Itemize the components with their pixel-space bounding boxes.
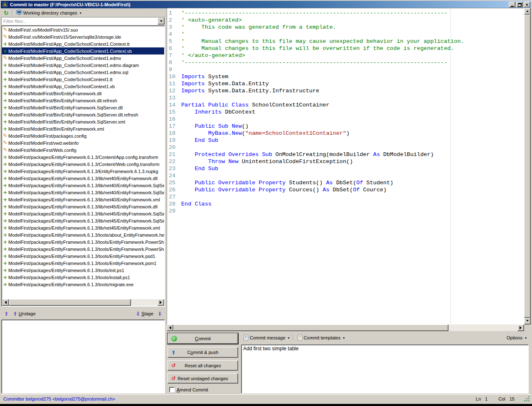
reset-all-changes-button[interactable]: ↺ Reset all changes bbox=[167, 360, 238, 371]
file-row[interactable]: +ModelFirst/packages/EntityFramework.6.1… bbox=[2, 196, 164, 203]
file-path: ModelFirst/packages/EntityFramework.6.1.… bbox=[8, 204, 158, 209]
editor-vscrollbar[interactable] bbox=[524, 8, 531, 324]
scroll-right-button[interactable] bbox=[158, 299, 164, 306]
resize-grip[interactable] bbox=[525, 396, 530, 401]
code-line: 12Imports System.Data.Entity.Infrastruct… bbox=[167, 87, 524, 94]
file-row[interactable]: +ModelFirst/ModelFirst/Bin/EntityFramewo… bbox=[2, 90, 164, 97]
file-row[interactable]: +ModelFirst/ModelFirst/Bin/EntityFramewo… bbox=[2, 97, 164, 104]
file-row[interactable]: +ModelFirst/packages/EntityFramework.6.1… bbox=[2, 267, 164, 274]
file-row[interactable]: +ModelFirst/packages/EntityFramework.6.1… bbox=[2, 260, 164, 267]
file-row[interactable]: +ModelFirst/packages/EntityFramework.6.1… bbox=[2, 253, 164, 260]
file-row[interactable]: +ModelFirst/packages/EntityFramework.6.1… bbox=[2, 182, 164, 189]
file-row[interactable]: ✎ModelFirst/ModelFirst/Web.config bbox=[2, 146, 164, 153]
file-row[interactable]: +ModelFirst/packages/EntityFramework.6.1… bbox=[2, 281, 164, 288]
file-row[interactable]: +ModelFirst/ModelFirst/Bin/EntityFramewo… bbox=[2, 104, 164, 111]
modified-pencil-icon: ✎ bbox=[2, 34, 8, 40]
file-row[interactable]: +ModelFirst/packages/EntityFramework.6.1… bbox=[2, 153, 164, 161]
scroll-left-button[interactable] bbox=[2, 299, 9, 306]
refresh-icon: ↻ bbox=[4, 10, 9, 16]
file-list[interactable]: ✎ModelFirst/.vs/ModelFirst/v15/.suo✎Mode… bbox=[2, 26, 164, 299]
code-line: 19 End Sub bbox=[167, 137, 524, 144]
file-path: ModelFirst/ModelFirst/App_Code/SchoolCon… bbox=[8, 49, 132, 54]
file-row[interactable]: +ModelFirst/ModelFirst/App_Code/SchoolCo… bbox=[2, 47, 164, 54]
committer-link[interactable]: Committer belgorod275 <belgorod275@proto… bbox=[3, 396, 115, 401]
file-row[interactable]: +ModelFirst/packages/EntityFramework.6.1… bbox=[2, 231, 164, 238]
file-row[interactable]: +ModelFirst/packages/EntityFramework.6.1… bbox=[2, 175, 164, 182]
scroll-track[interactable] bbox=[9, 299, 158, 306]
file-row[interactable]: ✎ModelFirst/ModelFirst/packages.config bbox=[2, 132, 164, 139]
scroll-left-button[interactable] bbox=[167, 324, 173, 331]
unstage-all-button[interactable]: ⬆ bbox=[2, 309, 11, 318]
file-row[interactable]: +ModelFirst/packages/EntityFramework.6.1… bbox=[2, 274, 164, 281]
file-row[interactable]: +ModelFirst/ModelFirst/Bin/EntityFramewo… bbox=[2, 118, 164, 125]
file-path: ModelFirst/packages/EntityFramework.6.1.… bbox=[8, 197, 160, 202]
file-path: ModelFirst/ModelFirst/Bin/EntityFramewor… bbox=[8, 98, 117, 103]
scroll-thumb[interactable] bbox=[9, 299, 131, 306]
file-row[interactable]: +ModelFirst/packages/EntityFramework.6.1… bbox=[2, 238, 164, 245]
file-row[interactable]: +ModelFirst/ModelFirst/App_Code/SchoolCo… bbox=[2, 62, 164, 69]
options-dropdown[interactable]: Options ▾ bbox=[505, 333, 529, 342]
scroll-track[interactable] bbox=[173, 324, 517, 331]
scroll-up-button[interactable] bbox=[524, 8, 531, 15]
file-row[interactable]: ✎ModelFirst/ModelFirst/vwd.webinfo bbox=[2, 139, 164, 146]
commit-message-input[interactable]: Add first two simple table bbox=[241, 344, 529, 394]
file-row[interactable]: +ModelFirst/packages/EntityFramework.6.1… bbox=[2, 189, 164, 196]
reset-unstaged-changes-button[interactable]: ↺ Reset unstaged changes bbox=[167, 373, 238, 384]
commit-button[interactable]: ✓ Commit bbox=[167, 333, 238, 344]
restore-icon bbox=[518, 3, 522, 7]
monitor-icon bbox=[16, 10, 22, 16]
file-path: ModelFirst/packages/EntityFramework.6.1.… bbox=[8, 247, 164, 252]
scroll-track[interactable] bbox=[524, 15, 531, 318]
added-plus-icon: + bbox=[2, 246, 8, 252]
titlebar[interactable]: Commit to master (F:\Projects\CU-VB\CU-1… bbox=[1, 1, 531, 8]
close-button[interactable]: × bbox=[524, 2, 530, 7]
file-row[interactable]: +ModelFirst/packages/EntityFramework.6.1… bbox=[2, 168, 164, 175]
file-row[interactable]: ✎ModelFirst/ModelFirst/App_Code/SchoolCo… bbox=[2, 54, 164, 62]
commit-and-push-button[interactable]: ⬆ Commit & push bbox=[167, 347, 238, 358]
minimize-button[interactable] bbox=[509, 2, 515, 7]
working-dir-changes-dropdown[interactable]: Working directory changes ▾ bbox=[14, 9, 84, 17]
file-row[interactable]: +ModelFirst/packages/EntityFramework.6.1… bbox=[2, 161, 164, 168]
file-row[interactable]: ✎ModelFirst/.vs/ModelFirst/v15/Server/sq… bbox=[2, 33, 164, 40]
added-plus-icon: + bbox=[2, 225, 8, 231]
filter-files-input[interactable] bbox=[2, 17, 158, 25]
unstage-button[interactable]: ⬆ Unstage bbox=[11, 309, 38, 318]
file-row[interactable]: +ModelFirst/ModelFirst/Bin/EntityFramewo… bbox=[2, 111, 164, 118]
added-plus-icon: + bbox=[2, 274, 8, 280]
file-row[interactable]: +ModelFirst/ModelFirst/App_Code/SchoolCo… bbox=[2, 69, 164, 76]
file-row[interactable]: ✎ModelFirst/.vs/ModelFirst/v15/.suo bbox=[2, 26, 164, 33]
stage-button[interactable]: ⬇ Stage bbox=[133, 309, 155, 318]
code-line: 8'--------------------------------------… bbox=[167, 59, 524, 66]
diff-viewer[interactable]: 1'--------------------------------------… bbox=[167, 8, 524, 324]
file-row[interactable]: +ModelFirst/packages/EntityFramework.6.1… bbox=[2, 203, 164, 210]
file-path: ModelFirst/packages/EntityFramework.6.1.… bbox=[8, 282, 133, 287]
added-plus-icon: + bbox=[2, 119, 8, 125]
scroll-down-button[interactable] bbox=[524, 318, 531, 324]
line-number: 22 bbox=[167, 158, 178, 165]
toolbar-separator bbox=[12, 10, 13, 16]
editor-hscrollbar[interactable] bbox=[167, 324, 524, 331]
scroll-thumb[interactable] bbox=[524, 15, 531, 318]
file-row[interactable]: +ModelFirst/ModelFirst/App_Code/SchoolCo… bbox=[2, 83, 164, 90]
amend-commit-label: Amend Commit bbox=[177, 387, 208, 392]
scroll-thumb[interactable] bbox=[173, 324, 448, 331]
file-row[interactable]: +ModelFirst/ModelFirst/App_Code/SchoolCo… bbox=[2, 40, 164, 47]
file-list-hscrollbar[interactable] bbox=[2, 299, 164, 306]
file-row[interactable]: +ModelFirst/packages/EntityFramework.6.1… bbox=[2, 210, 164, 217]
commit-message-label: Commit message bbox=[250, 335, 286, 340]
file-row[interactable]: +ModelFirst/packages/EntityFramework.6.1… bbox=[2, 217, 164, 224]
restore-button[interactable] bbox=[516, 2, 523, 7]
stage-all-button[interactable]: ⬇ bbox=[155, 309, 164, 318]
filter-dropdown-button[interactable] bbox=[158, 17, 165, 25]
file-row[interactable]: +ModelFirst/ModelFirst/Bin/EntityFramewo… bbox=[2, 125, 164, 132]
file-row[interactable]: +ModelFirst/packages/EntityFramework.6.1… bbox=[2, 224, 164, 231]
commit-message-dropdown[interactable]: Commit message ▾ bbox=[241, 333, 292, 342]
file-row[interactable]: +ModelFirst/ModelFirst/App_Code/SchoolCo… bbox=[2, 76, 164, 83]
staged-file-list[interactable] bbox=[1, 319, 165, 394]
commit-templates-dropdown[interactable]: Commit templates ▾ bbox=[295, 333, 347, 342]
refresh-button[interactable]: ↻ bbox=[2, 9, 11, 17]
amend-commit-checkbox[interactable] bbox=[169, 387, 175, 392]
arrow-up-icon: ⬆ bbox=[13, 311, 17, 317]
scroll-right-button[interactable] bbox=[517, 324, 524, 331]
file-row[interactable]: +ModelFirst/packages/EntityFramework.6.1… bbox=[2, 245, 164, 253]
